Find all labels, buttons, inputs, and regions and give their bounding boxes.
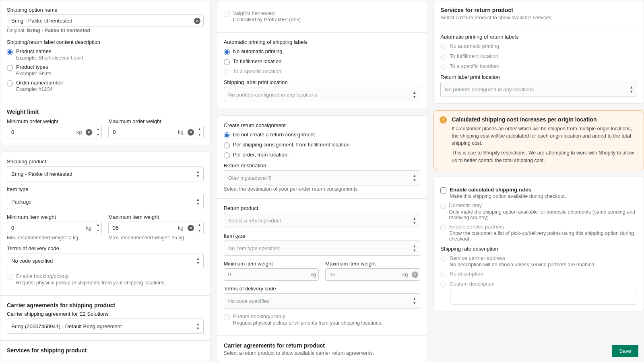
return-dest-select: Olav Ingstadsvei 5 ▴▾ <box>224 170 421 185</box>
min-order-weight-label: Minimum order weight <box>7 118 102 124</box>
banner-heading: Calculated shipping cost increases per o… <box>452 116 638 123</box>
kg-unit: kg <box>308 269 318 280</box>
enable-booking-label: Enable booking/pickup <box>16 273 166 279</box>
radio-product-names[interactable] <box>7 49 13 55</box>
radio-rd-partner-subtext: No description will be shown unless serv… <box>450 262 594 267</box>
clear-icon[interactable]: ✕ <box>188 129 194 136</box>
radio-to-specific-label: To a specific location: <box>233 68 283 74</box>
radio-rc-per-ship[interactable] <box>224 142 230 148</box>
radio-no-auto-print-label: No automatic printing <box>233 48 283 54</box>
radio-rc-none[interactable] <box>224 132 230 138</box>
terms-select[interactable]: No code specified ▴▾ <box>7 253 204 268</box>
enable-partners-checkbox <box>440 224 446 230</box>
domestic-only-checkbox <box>440 203 446 209</box>
shipping-product-select[interactable]: Bring - Pakke til hentested ▴▾ <box>7 166 204 181</box>
radio-rc-per-order-label: Per order, from location: <box>233 152 289 158</box>
return-product-label: Return product <box>224 205 421 211</box>
shipping-product-label: Shipping product <box>7 158 204 165</box>
kg-unit: kg <box>84 222 94 234</box>
enable-booking-checkbox <box>7 274 13 280</box>
min-item-weight-input[interactable] <box>7 222 84 234</box>
shipping-option-name-input[interactable] <box>7 14 204 27</box>
enable-partners-subtext: Show the customer a list of pick-up/deli… <box>449 230 637 242</box>
radio-product-types[interactable] <box>7 65 13 71</box>
enable-partners-label: Enable service partners <box>449 224 637 230</box>
stepper-up-icon[interactable]: ▲ <box>94 222 101 228</box>
radio-rd-none <box>440 272 446 278</box>
original-name-text: Original: Bring - Pakke til hentested <box>7 28 204 33</box>
banner-text-1: If a customer places an order which will… <box>452 125 638 147</box>
item-type-label: Item type <box>7 186 204 192</box>
r-enable-booking-checkbox <box>224 314 230 320</box>
services-shipping-heading: Services for shipping product <box>7 347 204 354</box>
chevron-updown-icon: ▴▾ <box>197 169 199 178</box>
radio-rd-none-label: No description <box>450 271 483 277</box>
valgfritt-subtext: Controlled by ProfraktE2 (dev) <box>233 17 301 23</box>
stepper-up-icon[interactable]: ▲ <box>196 126 203 132</box>
save-button[interactable]: Save <box>612 345 638 357</box>
return-consign-heading: Create return consignment <box>224 122 421 128</box>
stepper-down-icon[interactable]: ▼ <box>196 132 203 138</box>
carrier-agreement-label: Carrier shipping agreement for E2 Soluti… <box>7 311 204 317</box>
kg-unit: kg <box>74 126 85 138</box>
radio-rd-partner-label: Service partner address <box>450 255 594 261</box>
radio-rd-custom-label: Custom description <box>450 281 494 287</box>
radio-order-name-label: Order name/number <box>16 80 63 86</box>
r-item-type-select: No item type specified ▴▾ <box>224 241 421 256</box>
min-order-weight-input[interactable] <box>7 126 74 138</box>
return-product-select: Select a return product ▴▾ <box>224 213 421 228</box>
radio-no-auto-print[interactable] <box>224 49 230 55</box>
radio-rc-per-ship-label: Per shipping consignment, from fulfillme… <box>233 142 350 148</box>
chevron-updown-icon: ▴▾ <box>413 296 416 305</box>
shipping-option-name-label: Shipping option name <box>7 7 204 13</box>
radio-return-to-specific <box>440 64 446 70</box>
stepper-down-icon[interactable]: ▼ <box>94 228 101 234</box>
chevron-updown-icon: ▴▾ <box>197 197 199 206</box>
return-dest-subtext: Select the destination of your per-order… <box>224 186 421 192</box>
warning-icon: ! <box>440 116 447 123</box>
r-item-type-label: Item type <box>224 233 421 239</box>
r-carrier-subtext: Select a return product to show availabl… <box>224 350 421 356</box>
carrier-agreement-select[interactable]: Bring (20007450941) - Default Bring agre… <box>7 319 204 334</box>
r-max-item-weight-input <box>326 269 400 280</box>
print-location-select: No printers configured in any locations … <box>224 87 421 102</box>
return-dest-label: Return destination <box>224 162 421 169</box>
enable-calc-subtext: Make this shipping option available duri… <box>450 193 566 199</box>
radio-rc-per-order[interactable] <box>224 152 230 158</box>
max-item-weight-label: Maximum item weight <box>108 214 203 220</box>
clear-icon[interactable]: ✕ <box>188 225 194 231</box>
clear-icon[interactable]: ✕ <box>86 129 92 136</box>
stepper-down-icon[interactable]: ▼ <box>94 132 101 138</box>
r-max-item-weight-label: Maximum item weight <box>325 261 420 267</box>
valgfritt-label: Valgfritt hentested <box>233 10 301 16</box>
radio-to-fulfillment[interactable] <box>224 59 230 65</box>
item-type-select[interactable]: Package ▴▾ <box>7 194 204 209</box>
r-terms-select: No code specified ▴▾ <box>224 293 421 309</box>
radio-return-no-auto-label: No automatic printing <box>450 43 499 49</box>
kg-unit: kg <box>175 126 186 138</box>
radio-return-to-fulfillment <box>440 54 446 60</box>
radio-order-name[interactable] <box>7 80 13 86</box>
stepper-up-icon[interactable]: ▲ <box>94 126 101 132</box>
clear-icon: ✕ <box>412 272 418 278</box>
stepper-up-icon[interactable]: ▲ <box>196 222 203 228</box>
radio-return-to-specific-label: To a specific location: <box>450 63 500 69</box>
max-item-weight-input[interactable] <box>109 222 175 234</box>
auto-print-heading: Automatic printing of shipping labels <box>224 39 421 45</box>
clear-icon[interactable]: ✕ <box>194 18 200 24</box>
stepper-down-icon[interactable]: ▼ <box>196 228 203 234</box>
enable-calc-checkbox[interactable] <box>440 187 446 193</box>
radio-order-name-example: Example: #1234 <box>16 86 63 92</box>
weight-limit-heading: Weight limit <box>7 109 204 115</box>
valgfritt-checkbox <box>224 11 230 17</box>
radio-product-names-example: Example: Short-sleeved t-shirt <box>16 55 83 61</box>
rate-desc-label: Shipping rate description <box>440 246 637 252</box>
radio-to-fulfillment-label: To fulfillment location <box>233 58 282 64</box>
chevron-updown-icon: ▴▾ <box>413 90 416 99</box>
domestic-only-label: Domestic only <box>449 202 637 208</box>
kg-unit: kg <box>400 269 411 280</box>
max-order-weight-input[interactable] <box>109 126 175 138</box>
enable-booking-subtext: Request physical pickup of shipments fro… <box>16 280 166 286</box>
radio-to-specific <box>224 69 230 75</box>
r-enable-booking-subtext: Request physical pickup of shipments fro… <box>233 320 383 326</box>
